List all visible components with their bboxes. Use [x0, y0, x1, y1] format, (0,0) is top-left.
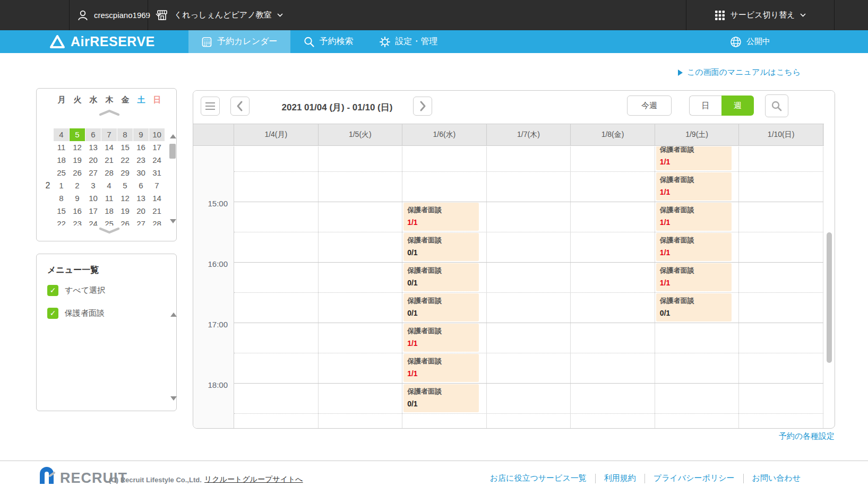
mini-scrollbar-down-arrow[interactable] [170, 219, 176, 223]
calendar-search-button[interactable] [765, 94, 788, 117]
mini-calendar-date[interactable]: 2 [70, 179, 85, 192]
mini-calendar-date[interactable]: 11 [54, 141, 70, 154]
mini-calendar-date[interactable]: 6 [133, 179, 149, 192]
mini-calendar-date[interactable]: 31 [149, 167, 165, 179]
mini-calendar-date[interactable]: 10 [149, 128, 165, 141]
checkbox-checked[interactable]: ✓ [47, 285, 58, 296]
calendar-days-area[interactable]: 保護者面談1/1保護者面談0/1保護者面談0/1保護者面談0/1保護者面談1/1… [234, 146, 823, 429]
mini-calendar-date[interactable]: 26 [70, 167, 85, 179]
footer-link-services[interactable]: お店に役立つサービス一覧 [490, 473, 587, 483]
mini-calendar-date[interactable]: 24 [85, 218, 101, 225]
mini-calendar-date[interactable]: 4 [101, 179, 117, 192]
mini-calendar-date[interactable]: 5 [70, 128, 85, 141]
mini-calendar-date[interactable]: 7 [149, 179, 165, 192]
mini-calendar-date[interactable]: 21 [101, 154, 117, 167]
mini-calendar-date[interactable]: 28 [101, 167, 117, 179]
manual-link[interactable]: この画面のマニュアルはこちら [678, 67, 801, 77]
event-block[interactable]: 保護者面談0/1 [403, 263, 479, 291]
mini-calendar-date[interactable]: 21 [149, 205, 165, 218]
mini-calendar-date[interactable]: 23 [70, 218, 85, 225]
this-week-button[interactable]: 今週 [627, 95, 672, 116]
mini-calendar-date[interactable]: 25 [54, 167, 70, 179]
store-menu[interactable]: くれっしぇんどピアノ教室 [148, 0, 296, 30]
mini-calendar-date[interactable]: 20 [85, 154, 101, 167]
mini-calendar-scroll-down-chevron[interactable] [99, 227, 120, 235]
day-column[interactable] [571, 146, 655, 429]
mini-calendar-date[interactable]: 14 [101, 141, 117, 154]
mini-scrollbar-thumb[interactable] [169, 144, 176, 159]
previous-week-button[interactable] [230, 97, 250, 116]
event-block[interactable]: 保護者面談0/1 [403, 384, 479, 412]
event-block[interactable]: 保護者面談1/1 [403, 324, 479, 352]
event-block[interactable]: 保護者面談0/1 [403, 293, 479, 322]
mini-calendar-date[interactable]: 5 [117, 179, 133, 192]
mini-calendar-date[interactable]: 4 [54, 128, 70, 141]
next-week-button[interactable] [413, 97, 432, 116]
recruit-group-site-link[interactable]: リクルートグループサイトへ [204, 475, 303, 484]
calendar-scrollbar-thumb[interactable] [827, 232, 832, 363]
mini-calendar-date[interactable]: 8 [117, 128, 133, 141]
menu-scrollbar-up-arrow[interactable] [170, 312, 177, 317]
mini-calendar-date[interactable]: 18 [54, 154, 70, 167]
mini-calendar-date[interactable]: 22 [54, 218, 70, 225]
mini-calendar-date[interactable]: 14 [149, 192, 165, 205]
week-view-button[interactable]: 週 [721, 95, 754, 116]
calendar-menu-button[interactable] [201, 97, 220, 116]
mini-calendar-date[interactable]: 30 [133, 167, 149, 179]
mini-calendar-date[interactable]: 13 [85, 141, 101, 154]
day-column[interactable] [234, 146, 319, 429]
mini-calendar-date[interactable]: 15 [54, 205, 70, 218]
mini-calendar-scroll-up-chevron[interactable] [99, 109, 120, 116]
event-block[interactable]: 保護者面談1/1 [403, 203, 479, 231]
footer-link-contact[interactable]: お問い合わせ [752, 473, 801, 483]
mini-calendar-date[interactable]: 12 [117, 192, 133, 205]
mini-scrollbar-up-arrow[interactable] [170, 134, 176, 138]
mini-calendar-date[interactable]: 9 [70, 192, 85, 205]
account-menu[interactable]: crescpiano1969 [69, 0, 148, 30]
mini-calendar-date[interactable]: 11 [101, 192, 117, 205]
service-switch-menu[interactable]: サービス切り替え [686, 0, 835, 30]
mini-calendar-date[interactable]: 3 [85, 179, 101, 192]
menu-item[interactable]: ✓すべて選択 [47, 284, 159, 297]
mini-calendar-date[interactable]: 27 [133, 218, 149, 225]
checkbox-checked[interactable]: ✓ [47, 308, 58, 319]
mini-calendar-date[interactable]: 20 [133, 205, 149, 218]
mini-calendar-date[interactable]: 19 [70, 154, 85, 167]
mini-calendar-date[interactable]: 9 [133, 128, 149, 141]
mini-calendar-date[interactable]: 24 [149, 154, 165, 167]
mini-calendar-date[interactable]: 15 [117, 141, 133, 154]
mini-calendar-date[interactable]: 17 [149, 141, 165, 154]
event-block[interactable]: 保護者面談1/1 [656, 203, 732, 231]
mini-calendar-date[interactable]: 22 [117, 154, 133, 167]
mini-calendar-date[interactable]: 1 [54, 179, 70, 192]
mini-calendar-date[interactable]: 12 [70, 141, 85, 154]
event-block[interactable]: 保護者面談0/1 [403, 233, 479, 261]
mini-calendar-date[interactable]: 28 [149, 218, 165, 225]
air-reserve-logo[interactable]: AirRESERVE [49, 30, 155, 53]
reservation-settings-link[interactable]: 予約の各種設定 [779, 431, 835, 441]
day-column[interactable] [487, 146, 571, 429]
footer-link-privacy[interactable]: プライバシーポリシー [654, 473, 735, 483]
mini-calendar-date[interactable]: 16 [133, 141, 149, 154]
mini-calendar-date[interactable]: 16 [70, 205, 85, 218]
mini-calendar-date[interactable]: 19 [117, 205, 133, 218]
mini-calendar-date[interactable]: 23 [133, 154, 149, 167]
mini-calendar-date[interactable]: 7 [101, 128, 117, 141]
publish-status[interactable]: 公開中 [730, 30, 770, 53]
tab-reservation-calendar[interactable]: 予約カレンダー [188, 30, 290, 53]
tab-settings-management[interactable]: 設定・管理 [366, 30, 451, 53]
tab-reservation-search[interactable]: 予約検索 [290, 30, 366, 53]
mini-calendar-date[interactable]: 18 [101, 205, 117, 218]
day-view-button[interactable]: 日 [689, 95, 721, 116]
mini-calendar-date[interactable]: 8 [54, 192, 70, 205]
footer-link-terms[interactable]: 利用規約 [604, 473, 636, 483]
event-block[interactable]: 保護者面談1/1 [403, 354, 479, 382]
mini-calendar-date[interactable]: 27 [85, 167, 101, 179]
event-block[interactable]: 保護者面談1/1 [656, 233, 732, 261]
mini-calendar-date[interactable]: 10 [85, 192, 101, 205]
mini-calendar-date[interactable]: 26 [117, 218, 133, 225]
mini-calendar-date[interactable]: 29 [117, 167, 133, 179]
event-block[interactable]: 保護者面談1/1 [656, 263, 732, 291]
day-column[interactable] [739, 146, 823, 429]
day-column[interactable] [319, 146, 403, 429]
